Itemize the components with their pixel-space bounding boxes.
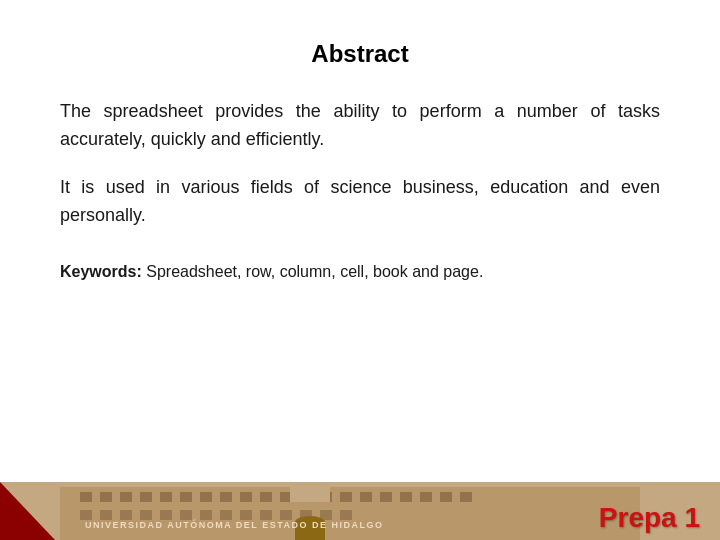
svg-rect-4: [120, 492, 132, 502]
slide-container: Abstract The spreadsheet provides the ab…: [0, 0, 720, 540]
footer-prepa-label: Prepa 1: [599, 502, 700, 534]
svg-rect-9: [220, 492, 232, 502]
svg-rect-17: [380, 492, 392, 502]
keywords-label: Keywords:: [60, 263, 142, 280]
svg-rect-15: [340, 492, 352, 502]
svg-rect-10: [240, 492, 252, 502]
body-paragraph-2: It is used in various fields of science …: [60, 174, 660, 230]
svg-rect-5: [140, 492, 152, 502]
svg-rect-2: [80, 492, 92, 502]
svg-rect-16: [360, 492, 372, 502]
svg-rect-19: [420, 492, 432, 502]
svg-rect-8: [200, 492, 212, 502]
svg-rect-11: [260, 492, 272, 502]
footer-university-name: Universidad Autónoma del Estado de Hidal…: [85, 514, 384, 532]
main-content: Abstract The spreadsheet provides the ab…: [0, 0, 720, 482]
svg-rect-20: [440, 492, 452, 502]
keywords-section: Keywords: Spreadsheet, row, column, cell…: [60, 260, 660, 284]
slide-title: Abstract: [60, 40, 660, 68]
svg-rect-7: [180, 492, 192, 502]
svg-rect-21: [460, 492, 472, 502]
svg-rect-18: [400, 492, 412, 502]
svg-rect-6: [160, 492, 172, 502]
body-paragraph-1: The spreadsheet provides the ability to …: [60, 98, 660, 154]
keywords-text: Spreadsheet, row, column, cell, book and…: [142, 263, 484, 280]
footer-bar: Universidad Autónoma del Estado de Hidal…: [0, 482, 720, 540]
svg-rect-3: [100, 492, 112, 502]
